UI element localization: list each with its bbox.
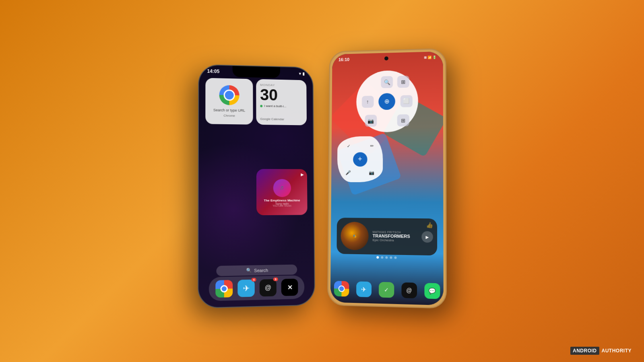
android-page-dots — [376, 256, 396, 259]
chrome-label: Chrome — [223, 114, 235, 117]
widgets-row-1: Search or type URL Chrome MONDAY 30 I wa… — [205, 78, 307, 125]
chrome-widget[interactable]: Search or type URL Chrome — [205, 78, 253, 125]
dot-4 — [389, 256, 392, 259]
android-time: 16:10 — [338, 57, 349, 62]
telegram-badge: 4 — [251, 278, 256, 282]
yt-music-content: 🎵 The Emptiness Machine Song radio — [261, 177, 302, 208]
iphone-screen: 14:05 ▾ ▮ Search or type URL Chrome — [198, 65, 314, 308]
android-dock-threads[interactable]: @ — [401, 282, 417, 298]
iphone-dock: ✈ 4 @ 9 ✕ — [208, 275, 304, 301]
threads-icon: @ — [264, 284, 271, 292]
blob-mic-icon[interactable]: 🎤 — [343, 168, 353, 177]
watermark-authority: AUTHORITY — [599, 347, 634, 355]
telegram-icon2: ✈ — [361, 285, 366, 293]
android-status-icons: ⊞ 📶 🔋 — [423, 56, 436, 60]
calendar-widget[interactable]: MONDAY 30 I want a built-i... Google Cal… — [256, 79, 307, 125]
chrome-inner — [220, 285, 227, 293]
android-music-widget[interactable]: 🎭 MATHIAS FRITSCH TRANSFORMERS Epic Orch… — [336, 218, 437, 255]
dock-chrome[interactable] — [215, 280, 233, 298]
blob-camera-icon[interactable]: 📷 — [367, 168, 376, 177]
circle-screenshot-icon[interactable]: 📷 — [365, 115, 377, 127]
yt-music-sub: Song radio — [264, 202, 300, 205]
dot-2 — [380, 256, 383, 259]
wifi-icon: ▾ — [299, 71, 301, 76]
dot-5 — [394, 257, 396, 259]
circle-share-icon[interactable]: ↑ — [361, 96, 374, 108]
music-like-icon[interactable]: 👍 — [426, 222, 433, 228]
android-device: 16:10 ⊞ 📶 🔋 ⊕ 🔍 ⊞ ↑ ⬜ 📷 ⊞ + ✓ — [327, 48, 446, 309]
phones-container: 14:05 ▾ ▮ Search or type URL Chrome — [198, 56, 446, 306]
whatsapp-icon: 💬 — [428, 288, 435, 294]
search-icon: 🔍 — [246, 268, 252, 273]
iphone-time: 14:05 — [207, 68, 219, 74]
event-dot — [260, 105, 262, 107]
watermark: ANDROID AUTHORITY — [570, 347, 634, 355]
yt-music-title: The Emptiness Machine — [264, 199, 300, 202]
android-dock-tasks[interactable]: ✓ — [378, 282, 394, 298]
battery-icon: ▮ — [302, 71, 305, 76]
google-calendar-label: Google Calendar — [260, 117, 303, 121]
chrome-sub-label: Search or type URL — [213, 108, 245, 113]
chrome-inner2 — [338, 286, 345, 292]
yt-play-icon: ▶ — [301, 172, 304, 177]
circle-center-button[interactable]: ⊕ — [378, 93, 395, 110]
blob-center-button[interactable]: + — [353, 152, 367, 167]
iphone-status-icons: ▾ ▮ — [299, 71, 305, 76]
dot-3 — [385, 256, 387, 259]
blob-edit-icon[interactable]: ✏ — [367, 141, 376, 151]
telegram-icon: ✈ — [242, 283, 249, 293]
circle-grid-icon[interactable]: ⊞ — [397, 114, 409, 126]
music-sub: Epic Orchestra — [372, 238, 417, 243]
chrome-icon — [219, 85, 239, 105]
threads-icon2: @ — [406, 287, 412, 294]
yt-album-art: 🎵 — [273, 179, 291, 197]
calendar-date: 30 — [260, 86, 303, 103]
iphone-search-bar[interactable]: 🔍 Search — [216, 265, 297, 276]
threads-badge: 9 — [273, 278, 278, 281]
circle-copy-icon[interactable]: ⊞ — [397, 76, 409, 88]
android-dock-telegram[interactable]: ✈ — [356, 281, 371, 297]
dock-telegram[interactable]: ✈ 4 — [237, 280, 255, 297]
music-album-icon: 🎭 — [353, 234, 357, 238]
watermark-android: ANDROID — [570, 347, 599, 355]
blob-menu[interactable]: + ✓ ✏ 🎤 📷 — [337, 136, 383, 182]
iphone-notch — [232, 66, 280, 78]
search-label: Search — [254, 267, 268, 273]
iphone-device: 14:05 ▾ ▮ Search or type URL Chrome — [198, 64, 315, 309]
music-info: MATHIAS FRITSCH TRANSFORMERS Epic Orches… — [372, 230, 417, 243]
android-icons: ⊞ 📶 🔋 — [423, 56, 436, 60]
calendar-event: I want a built-i... — [260, 104, 303, 109]
music-album-art: 🎭 — [341, 222, 369, 250]
android-dock-whatsapp[interactable]: 💬 — [424, 283, 440, 299]
tasks-icon: ✓ — [384, 286, 388, 293]
x-icon: ✕ — [287, 284, 292, 291]
android-dock-chrome[interactable] — [334, 281, 349, 296]
dock-threads[interactable]: @ 9 — [259, 279, 276, 297]
android-camera-cutout — [384, 56, 388, 60]
music-play-button[interactable]: ▶ — [421, 231, 433, 243]
yt-music-widget[interactable]: ▶ 🎵 The Emptiness Machine Song radio You… — [256, 169, 308, 215]
circle-search-icon[interactable]: 🔍 — [381, 76, 393, 88]
android-screen: 16:10 ⊞ 📶 🔋 ⊕ 🔍 ⊞ ↑ ⬜ 📷 ⊞ + ✓ — [330, 51, 443, 305]
android-dock: ✈ ✓ @ 💬 — [334, 281, 440, 299]
circle-monitor-icon[interactable]: ⬜ — [400, 95, 412, 107]
event-text: I want a built-i... — [264, 104, 286, 108]
dock-x[interactable]: ✕ — [281, 279, 298, 296]
blob-check-icon[interactable]: ✓ — [343, 141, 353, 151]
dot-1 — [376, 256, 378, 259]
